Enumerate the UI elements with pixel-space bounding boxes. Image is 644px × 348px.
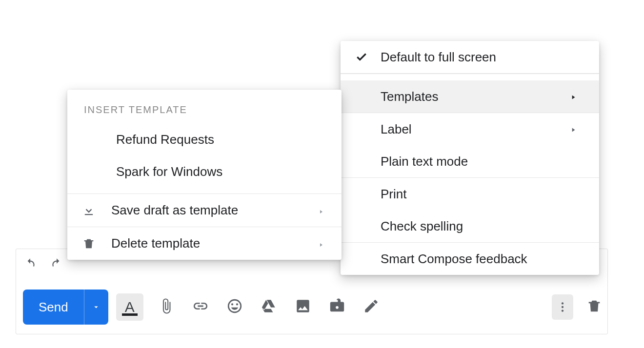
submenu-label: Delete template xyxy=(111,236,200,251)
more-options-button[interactable] xyxy=(552,294,573,320)
template-item-refund-requests[interactable]: Refund Requests xyxy=(67,123,342,155)
check-icon xyxy=(355,51,368,63)
menu-check-spelling[interactable]: Check spelling xyxy=(341,210,599,242)
chevron-right-icon xyxy=(318,236,324,251)
image-icon[interactable] xyxy=(295,298,311,316)
menu-label: Plain text mode xyxy=(381,154,468,169)
delete-template[interactable]: Delete template xyxy=(67,227,342,260)
save-draft-as-template[interactable]: Save draft as template xyxy=(67,193,342,227)
link-icon[interactable] xyxy=(192,298,209,316)
chevron-right-icon xyxy=(570,89,577,104)
menu-smart-compose-feedback[interactable]: Smart Compose feedback xyxy=(341,243,599,275)
attachment-icon[interactable] xyxy=(158,298,175,316)
menu-label-option[interactable]: Label xyxy=(341,113,599,145)
triangle-down-icon xyxy=(92,303,101,311)
template-item-label: Spark for Windows xyxy=(116,164,222,179)
submenu-label: Save draft as template xyxy=(111,203,238,218)
svg-point-0 xyxy=(562,302,564,304)
redo-icon[interactable] xyxy=(50,257,63,272)
undo-icon[interactable] xyxy=(24,257,37,272)
more-vertical-icon xyxy=(556,301,569,313)
pen-icon[interactable] xyxy=(363,298,380,316)
template-item-label: Refund Requests xyxy=(116,132,214,147)
send-group: Send xyxy=(23,290,108,325)
menu-label: Templates xyxy=(381,89,439,104)
trash-icon xyxy=(82,237,96,251)
svg-point-1 xyxy=(562,306,564,308)
menu-plain-text[interactable]: Plain text mode xyxy=(341,145,599,177)
trash-icon xyxy=(586,298,603,314)
menu-label: Label xyxy=(381,122,412,137)
action-row: Send A xyxy=(16,280,607,334)
insert-icons xyxy=(158,298,380,316)
drive-icon[interactable] xyxy=(261,298,277,316)
template-item-spark-windows[interactable]: Spark for Windows xyxy=(67,155,342,188)
menu-label: Smart Compose feedback xyxy=(381,251,527,267)
submenu-header: INSERT TEMPLATE xyxy=(67,90,342,123)
send-button[interactable]: Send xyxy=(23,290,84,325)
menu-label: Default to full screen xyxy=(381,50,496,65)
download-icon xyxy=(82,204,96,217)
menu-templates[interactable]: Templates xyxy=(341,80,599,113)
svg-point-2 xyxy=(562,309,564,311)
menu-label: Print xyxy=(381,187,406,202)
formatting-button[interactable]: A xyxy=(116,293,143,321)
underline-bar xyxy=(122,313,138,316)
letter-a-icon: A xyxy=(125,299,135,315)
menu-default-full-screen[interactable]: Default to full screen xyxy=(341,41,599,73)
discard-draft-button[interactable] xyxy=(586,298,603,316)
emoji-icon[interactable] xyxy=(226,298,243,316)
chevron-right-icon xyxy=(318,203,324,218)
send-more-button[interactable] xyxy=(84,290,108,325)
menu-print[interactable]: Print xyxy=(341,178,599,210)
templates-submenu: INSERT TEMPLATE Refund Requests Spark fo… xyxy=(67,90,342,260)
menu-label: Check spelling xyxy=(381,219,463,234)
more-options-menu: Default to full screen Templates Label P… xyxy=(341,41,599,275)
right-icons xyxy=(552,280,603,334)
chevron-right-icon xyxy=(570,122,577,137)
confidential-icon[interactable] xyxy=(329,298,345,316)
